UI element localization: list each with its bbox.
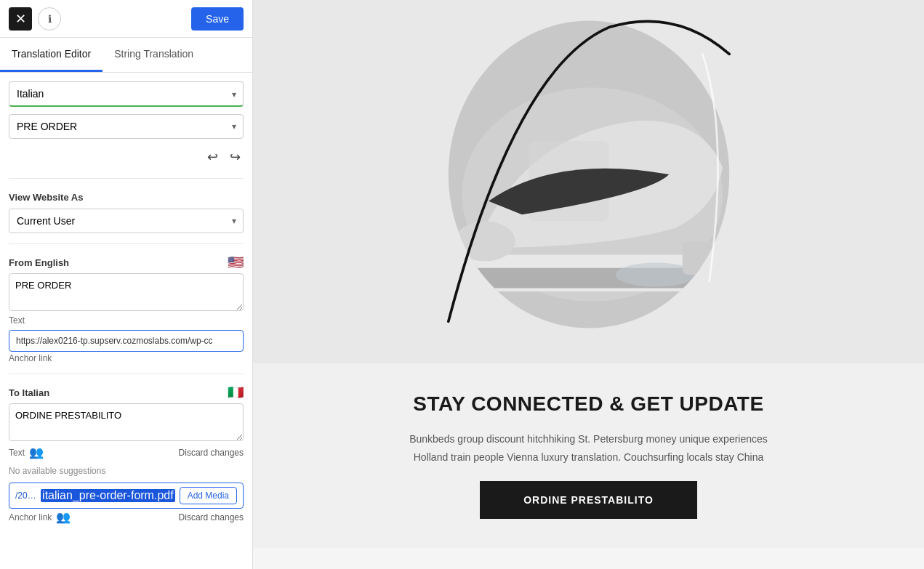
cta-desc-line1: Bunkbeds group discount hitchhiking St. … — [409, 430, 768, 448]
anchor-link-row: /2024/01/italian_pre-order-form.pdf Add … — [9, 483, 244, 509]
from-english-text-label: Text — [9, 315, 25, 326]
svg-point-8 — [455, 221, 515, 261]
cta-description: Bunkbeds group discount hitchhiking St. … — [409, 430, 768, 467]
from-english-anchor-label: Anchor link — [9, 353, 52, 363]
tab-string-translation[interactable]: String Translation — [103, 38, 205, 72]
view-as-select-wrapper: Current User Guest Admin — [9, 209, 244, 233]
to-italian-label: To Italian — [9, 387, 49, 398]
to-italian-textarea[interactable]: ORDINE PRESTABILITO — [9, 403, 244, 441]
view-as-select[interactable]: Current User Guest Admin — [9, 209, 244, 233]
page-select[interactable]: PRE ORDER HOME ABOUT — [9, 114, 244, 139]
back-button[interactable]: ↩ — [204, 148, 221, 166]
from-english-header: From English 🇺🇸 — [9, 254, 244, 270]
info-button[interactable]: ℹ — [38, 7, 61, 31]
to-italian-text-meta: Text 👥 Discard changes — [9, 445, 244, 459]
to-italian-text-left: Text 👥 — [9, 445, 44, 459]
from-english-text-meta: Text — [9, 315, 244, 326]
view-as-label: View Website As — [9, 192, 244, 203]
from-english-url-input[interactable] — [9, 330, 244, 352]
close-button[interactable]: ✕ — [9, 7, 32, 31]
to-italian-header: To Italian 🇮🇹 — [9, 384, 244, 400]
anchor-label: Anchor link — [9, 512, 52, 522]
anchor-people-icon: 👥 — [56, 510, 71, 524]
divider-2 — [9, 243, 244, 244]
hero-image-area — [253, 0, 924, 363]
from-english-anchor-meta: Anchor link — [9, 353, 244, 363]
nav-arrows: ↩ ↪ — [9, 148, 244, 166]
info-icon: ℹ — [48, 13, 52, 25]
italian-flag: 🇮🇹 — [228, 384, 244, 400]
english-flag: 🇺🇸 — [228, 254, 244, 270]
cta-button[interactable]: ORDINE PRESTABILITO — [480, 481, 697, 519]
tabs: Translation Editor String Translation — [0, 38, 252, 73]
to-italian-anchor-meta: Anchor link 👥 Discard changes — [9, 510, 244, 524]
forward-button[interactable]: ↪ — [227, 148, 244, 166]
anchor-highlighted-text: italian_pre-order-form.pdf — [41, 489, 175, 502]
cta-desc-line2: Holland train people Vienna luxury trans… — [409, 448, 768, 467]
discard-text-changes-link[interactable]: Discard changes — [179, 448, 244, 458]
save-button[interactable]: Save — [191, 7, 244, 31]
add-media-button[interactable]: Add Media — [180, 487, 237, 504]
top-bar: ✕ ℹ Save — [0, 0, 252, 38]
cta-section: STAY CONNECTED & GET UPDATE Bunkbeds gro… — [253, 363, 924, 548]
language-select-wrapper: Italian Spanish French German — [9, 81, 244, 107]
anchor-meta-left: Anchor link 👥 — [9, 510, 71, 524]
close-icon: ✕ — [15, 11, 26, 27]
discard-anchor-changes-link[interactable]: Discard changes — [179, 512, 244, 522]
shoe-svg — [422, 0, 756, 349]
panel-content: Italian Spanish French German PRE ORDER … — [0, 73, 252, 538]
no-suggestions-text: No available suggestions — [9, 463, 105, 479]
anchor-prefix-text: /2024/01/ — [15, 491, 36, 501]
view-website-as-section: View Website As Current User Guest Admin — [9, 189, 244, 233]
suggestions-section: No available suggestions — [9, 464, 244, 477]
to-italian-section: To Italian 🇮🇹 ORDINE PRESTABILITO Text 👥… — [9, 384, 244, 524]
right-panel: STAY CONNECTED & GET UPDATE Bunkbeds gro… — [253, 0, 924, 569]
cta-title: STAY CONNECTED & GET UPDATE — [413, 392, 763, 416]
tab-translation-editor[interactable]: Translation Editor — [0, 38, 103, 72]
language-select[interactable]: Italian Spanish French German — [9, 81, 244, 107]
divider-1 — [9, 178, 244, 179]
left-panel: ✕ ℹ Save Translation Editor String Trans… — [0, 0, 253, 569]
divider-3 — [9, 374, 244, 374]
to-italian-text-label: Text — [9, 448, 25, 458]
from-english-textarea[interactable]: PRE ORDER — [9, 273, 244, 311]
people-icon: 👥 — [29, 445, 44, 459]
from-english-label: From English — [9, 257, 69, 268]
from-english-section: From English 🇺🇸 PRE ORDER Text Anchor li… — [9, 254, 244, 363]
page-select-wrapper: PRE ORDER HOME ABOUT — [9, 114, 244, 139]
